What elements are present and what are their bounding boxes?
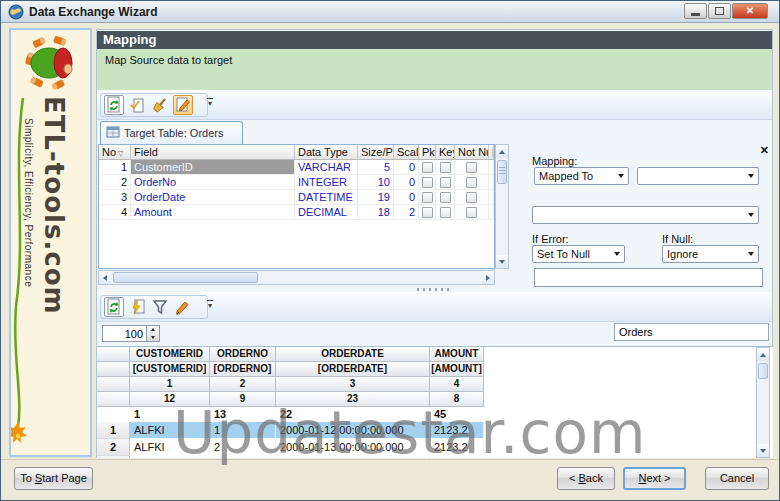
back-button[interactable]: < Back	[557, 467, 615, 490]
not-null-checkbox[interactable]	[466, 192, 477, 203]
grid-col-index: 1	[130, 377, 210, 392]
if-null-label: If Null:	[662, 233, 693, 245]
grid-col-header[interactable]: CUSTOMERID	[130, 347, 210, 362]
to-start-page-button[interactable]: To Start Page	[14, 467, 93, 490]
field-row-orderno[interactable]: 2 OrderNo INTEGER 10 0	[99, 175, 494, 190]
clear-mapping-broom-icon[interactable]	[150, 95, 170, 115]
size-cell: 19	[358, 190, 394, 204]
close-button[interactable]: ✕	[732, 3, 768, 19]
scroll-left-icon[interactable]	[99, 271, 111, 284]
scroll-right-icon[interactable]	[482, 271, 494, 284]
grid-col-mapped: [AMOUNT]	[430, 362, 484, 377]
pk-checkbox[interactable]	[422, 162, 433, 173]
field-row-orderdate[interactable]: 3 OrderDate DATETIME 19 0	[99, 190, 494, 205]
column-header-d[interactable]: D	[489, 145, 494, 159]
field-name-cell: CustomerID	[131, 160, 295, 174]
grid-col-header[interactable]: ORDERNO	[210, 347, 276, 362]
grid-header-sizes: 12 9 23 8	[97, 392, 773, 407]
key-checkbox[interactable]	[440, 162, 451, 173]
toolbar-overflow-icon[interactable]: ▾	[205, 98, 215, 107]
grid-row-selected[interactable]: 1 ALFKI 1 2000-01-12 00:00:00.000 2123.2	[97, 422, 773, 439]
if-null-select[interactable]: Ignore	[662, 245, 759, 263]
pk-checkbox[interactable]	[422, 207, 433, 218]
title-bar[interactable]: Data Exchange Wizard ✕	[1, 1, 779, 23]
not-null-checkbox[interactable]	[466, 162, 477, 173]
grid-row-number: 2	[97, 439, 130, 456]
column-header-pk[interactable]: Pk	[419, 145, 436, 159]
sort-icon: ▽	[118, 150, 123, 157]
row-number: 4	[99, 205, 131, 219]
grid-col-offset: 45	[430, 407, 484, 422]
grid-col-header[interactable]: ORDERDATE	[276, 347, 430, 362]
grid-col-index: 3	[276, 377, 430, 392]
grid-col-offset: 1	[130, 407, 210, 422]
chevron-down-icon	[744, 174, 758, 178]
pk-checkbox[interactable]	[422, 192, 433, 203]
validate-mapping-icon[interactable]	[127, 95, 147, 115]
mapping-expression-select[interactable]	[532, 206, 759, 224]
etl-tools-logo-icon	[23, 34, 81, 94]
sidebar-branding: Simplicity, Efficiency, Performance ETL-…	[9, 28, 92, 457]
auto-map-refresh-icon[interactable]	[104, 95, 124, 115]
maximize-button[interactable]	[708, 3, 731, 19]
refresh-data-icon[interactable]	[104, 297, 124, 317]
column-header-scale[interactable]: Scale	[394, 145, 419, 159]
spin-down-icon[interactable]	[147, 334, 159, 342]
column-header-data-type[interactable]: Data Type	[295, 145, 358, 159]
key-checkbox[interactable]	[440, 192, 451, 203]
grid-row[interactable]: 3 ALFKI 3 2000-01-14 00:00:00.000 2123.2	[97, 456, 773, 458]
grid-corner	[97, 377, 130, 392]
execute-lightning-icon[interactable]	[127, 297, 147, 317]
filter-icon[interactable]	[150, 297, 170, 317]
mapping-type-value: Mapped To	[535, 170, 614, 182]
scrollbar-thumb[interactable]	[113, 272, 258, 283]
column-header-size[interactable]: Size/Pr	[358, 145, 394, 159]
field-row-amount[interactable]: 4 Amount DECIMAL 18 2	[99, 205, 494, 220]
next-button[interactable]: Next >	[623, 467, 686, 490]
fields-vertical-scrollbar[interactable]	[495, 144, 509, 269]
if-error-select[interactable]: Set To Null	[532, 245, 625, 263]
column-header-no[interactable]: No▽	[99, 145, 131, 159]
scroll-up-icon[interactable]	[757, 348, 769, 361]
column-header-field[interactable]: Field	[131, 145, 295, 159]
grid-vertical-scrollbar[interactable]	[756, 347, 770, 458]
field-row-customerid[interactable]: 1 CustomerID VARCHAR 5 0	[99, 160, 494, 175]
scale-cell: 0	[394, 175, 419, 189]
column-header-not-null[interactable]: Not Null	[455, 145, 489, 159]
column-header-key[interactable]: Key	[436, 145, 455, 159]
scrollbar-thumb[interactable]	[758, 363, 768, 379]
mapping-source-select[interactable]	[637, 167, 759, 185]
mapping-label: Mapping:	[532, 155, 577, 167]
scrollbar-thumb[interactable]	[497, 160, 507, 184]
edit-mapping-icon[interactable]	[173, 95, 193, 115]
footer-divider	[1, 459, 779, 460]
chevron-down-icon	[610, 252, 624, 256]
key-checkbox[interactable]	[440, 177, 451, 188]
fields-horizontal-scrollbar[interactable]	[98, 270, 495, 285]
mapping-toolbar-group	[100, 93, 208, 117]
close-panel-icon[interactable]: ✕	[760, 144, 769, 157]
grid-row[interactable]: 2 ALFKI 2 2000-01-13 00:00:00.000 2123.2	[97, 439, 773, 456]
not-null-checkbox[interactable]	[466, 207, 477, 218]
tab-target-table[interactable]: Target Table: Orders	[100, 121, 243, 144]
scroll-down-icon[interactable]	[757, 444, 769, 457]
d-cell	[489, 175, 494, 189]
toolbar-overflow-icon[interactable]: ▾	[205, 300, 215, 309]
minimize-button[interactable]	[684, 3, 707, 19]
scroll-up-icon[interactable]	[496, 145, 508, 158]
table-name-input[interactable]	[614, 323, 769, 341]
grid-col-mapped: [CUSTOMERID]	[130, 362, 210, 377]
row-limit-input[interactable]	[102, 325, 147, 342]
default-value-textbox[interactable]	[534, 268, 763, 287]
fields-table-header: No▽ Field Data Type Size/Pr Scale Pk Key…	[99, 145, 494, 160]
spin-up-icon[interactable]	[147, 326, 159, 334]
edit-data-icon[interactable]	[173, 297, 193, 317]
not-null-checkbox[interactable]	[466, 177, 477, 188]
scroll-down-icon[interactable]	[496, 255, 508, 268]
cancel-button[interactable]: Cancel	[705, 467, 769, 490]
grid-col-index: 4	[430, 377, 484, 392]
mapping-type-select[interactable]: Mapped To	[534, 167, 629, 185]
grid-col-header[interactable]: AMOUNT	[430, 347, 484, 362]
pk-checkbox[interactable]	[422, 177, 433, 188]
key-checkbox[interactable]	[440, 207, 451, 218]
